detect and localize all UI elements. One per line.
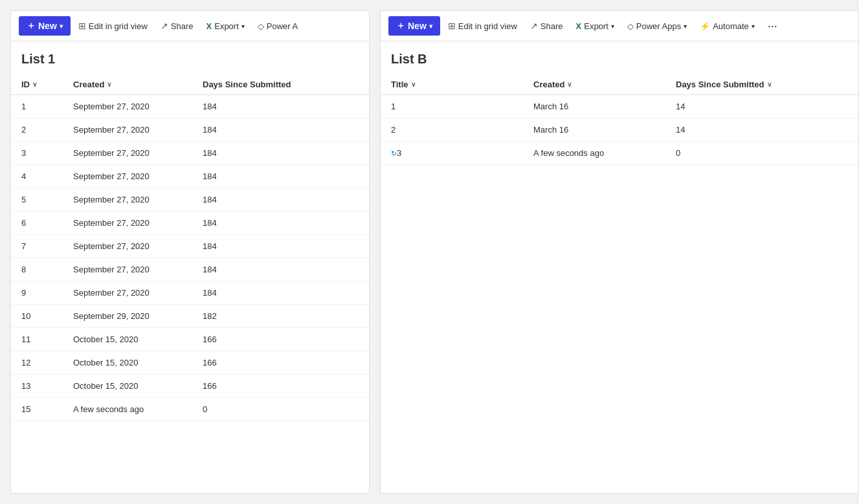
list1-table: ID ∨ Created ∨ Days Since Submitted [11, 74, 369, 421]
listB-share-label: Share [541, 21, 563, 31]
listB-title-sort-icon: ∨ [411, 81, 416, 88]
listB-edit-grid-label: Edit in grid view [458, 21, 517, 31]
listB-automate-chevron-icon: ▾ [752, 23, 755, 30]
list1-cell-created: September 27, 2020 [63, 165, 192, 188]
listB-table: Title ∨ Created ∨ Days Since Submitted [381, 74, 858, 165]
table-row[interactable]: 11 October 15, 2020 166 [11, 328, 369, 351]
list1-cell-id: 10 [11, 305, 63, 328]
list1-col-id-header[interactable]: ID ∨ [11, 74, 63, 95]
listB-more-button[interactable]: ··· [763, 17, 783, 36]
list1-share-label: Share [171, 21, 194, 31]
table-row[interactable]: 12 October 15, 2020 166 [11, 351, 369, 375]
listB-new-button[interactable]: ＋ New ▾ [388, 16, 440, 36]
listB-title: List B [381, 41, 858, 72]
listB-automate-icon: ⚡ [700, 21, 710, 31]
table-row[interactable]: 15 A few seconds ago 0 [11, 398, 369, 421]
listB-new-chevron-icon: ▾ [429, 23, 432, 30]
listB-powerapps-icon: ◇ [627, 21, 634, 31]
table-row[interactable]: 6 September 27, 2020 184 [11, 212, 369, 235]
list1-col-days-header[interactable]: Days Since Submitted [192, 74, 369, 95]
list1-table-container: ID ∨ Created ∨ Days Since Submitted [11, 72, 369, 493]
table-row[interactable]: 2 September 27, 2020 184 [11, 118, 369, 142]
table-row[interactable]: 7 September 27, 2020 184 [11, 235, 369, 258]
list1-cell-created: September 27, 2020 [63, 281, 192, 305]
table-row[interactable]: 8 September 27, 2020 184 [11, 258, 369, 281]
list1-cell-created: September 27, 2020 [63, 258, 192, 281]
list1-edit-grid-button[interactable]: ⊞ Edit in grid view [73, 17, 153, 35]
list1-cell-created: September 27, 2020 [63, 142, 192, 165]
list1-powerapps-button[interactable]: ◇ Power A [252, 17, 303, 35]
table-row[interactable]: 10 September 29, 2020 182 [11, 305, 369, 328]
table-row[interactable]: 9 September 27, 2020 184 [11, 281, 369, 305]
list1-cell-created: September 29, 2020 [63, 305, 192, 328]
list1-share-button[interactable]: ↗ Share [155, 17, 199, 35]
listB-powerapps-button[interactable]: ◇ Power Apps ▾ [622, 17, 692, 35]
list1-new-button[interactable]: ＋ New ▾ [19, 16, 71, 36]
listB-cell-days: 0 [665, 142, 858, 165]
listB-new-label: New [408, 21, 427, 31]
powerapps-icon: ◇ [258, 21, 264, 31]
table-row[interactable]: 1 September 27, 2020 184 [11, 95, 369, 118]
list1-cell-days: 184 [192, 235, 369, 258]
listB-col-days-header[interactable]: Days Since Submitted ∨ [665, 74, 858, 95]
listB-cell-created: A few seconds ago [523, 142, 665, 165]
share-icon: ↗ [161, 21, 168, 31]
list1-export-label: Export [214, 21, 239, 31]
listB-automate-button[interactable]: ⚡ Automate ▾ [695, 17, 760, 35]
list1-cell-days: 184 [192, 165, 369, 188]
list1-cell-id: 1 [11, 95, 63, 118]
listB-cell-title: 2 [381, 118, 523, 142]
list1-edit-grid-label: Edit in grid view [89, 21, 148, 31]
listB-powerapps-label: Power Apps [636, 21, 681, 31]
listB-excel-icon: X [576, 21, 582, 31]
list1-cell-days: 184 [192, 142, 369, 165]
plus-icon-b: ＋ [396, 20, 405, 32]
list1-cell-created: September 27, 2020 [63, 118, 192, 142]
listB-col-created-header[interactable]: Created ∨ [523, 74, 665, 95]
listB-panel: ＋ New ▾ ⊞ Edit in grid view ↗ Share X Ex… [380, 10, 859, 494]
list1-title: List 1 [11, 41, 369, 72]
list1-col-created-header[interactable]: Created ∨ [63, 74, 192, 95]
list1-cell-created: September 27, 2020 [63, 235, 192, 258]
list1-cell-id: 11 [11, 328, 63, 351]
list1-cell-days: 182 [192, 305, 369, 328]
listB-export-label: Export [584, 21, 608, 31]
table-row[interactable]: 13 October 15, 2020 166 [11, 375, 369, 398]
excel-icon: X [206, 21, 212, 31]
list1-powerapps-label: Power A [267, 21, 298, 31]
listB-powerapps-chevron-icon: ▾ [684, 23, 687, 30]
table-row[interactable]: 1 March 16 14 [381, 95, 858, 118]
table-row[interactable]: 4 September 27, 2020 184 [11, 165, 369, 188]
list1-cell-days: 184 [192, 258, 369, 281]
list1-cell-created: October 15, 2020 [63, 351, 192, 375]
list1-cell-days: 184 [192, 281, 369, 305]
list1-panel: ＋ New ▾ ⊞ Edit in grid view ↗ Share X Ex… [10, 10, 370, 494]
listB-cell-days: 14 [665, 95, 858, 118]
list1-new-label: New [38, 21, 57, 31]
list1-cell-id: 3 [11, 142, 63, 165]
listB-export-button[interactable]: X Export ▾ [571, 17, 619, 35]
table-row[interactable]: ↻3 A few seconds ago 0 [381, 142, 858, 165]
grid-icon: ⊞ [78, 21, 86, 31]
listB-grid-icon: ⊞ [448, 21, 456, 31]
listB-col-title-header[interactable]: Title ∨ [381, 74, 523, 95]
table-row[interactable]: 2 March 16 14 [381, 118, 858, 142]
listB-cell-title: ↻3 [381, 142, 523, 165]
list1-cell-id: 12 [11, 351, 63, 375]
listB-export-chevron-icon: ▾ [611, 23, 614, 30]
export-chevron-icon: ▾ [241, 23, 245, 30]
list1-cell-days: 166 [192, 328, 369, 351]
list1-cell-id: 9 [11, 281, 63, 305]
listB-share-button[interactable]: ↗ Share [525, 17, 568, 35]
list1-cell-created: October 15, 2020 [63, 375, 192, 398]
listB-created-sort-icon: ∨ [567, 81, 572, 88]
table-row[interactable]: 5 September 27, 2020 184 [11, 188, 369, 212]
list1-cell-id: 4 [11, 165, 63, 188]
list1-cell-id: 13 [11, 375, 63, 398]
list1-cell-days: 0 [192, 398, 369, 421]
listB-edit-grid-button[interactable]: ⊞ Edit in grid view [443, 17, 522, 35]
listB-automate-label: Automate [713, 21, 749, 31]
created-sort-icon: ∨ [107, 81, 111, 88]
table-row[interactable]: 3 September 27, 2020 184 [11, 142, 369, 165]
list1-export-button[interactable]: X Export ▾ [201, 17, 250, 35]
